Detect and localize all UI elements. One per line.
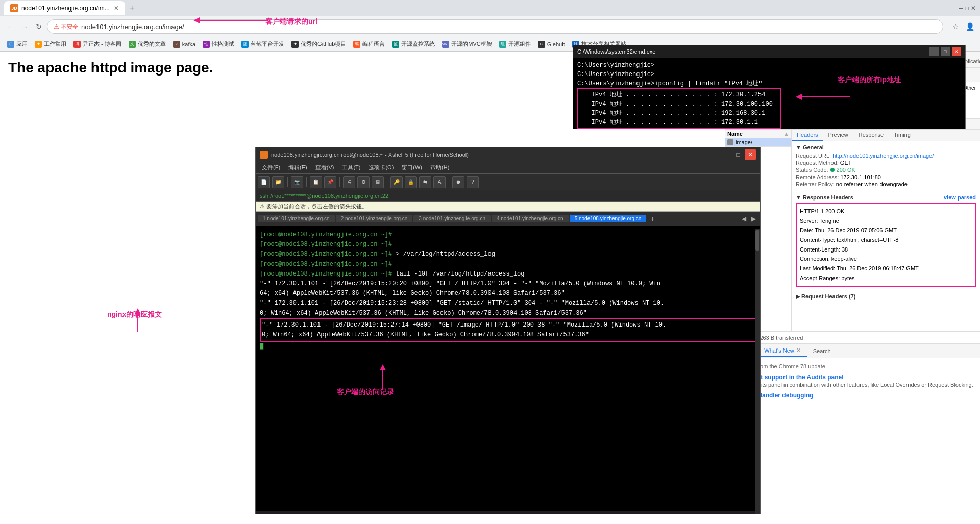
- remote-address-value: 172.30.1.101:80: [840, 174, 881, 180]
- resp-header-2: Server: Tengine: [800, 216, 972, 226]
- browser-chrome: JD node101.yinzhengjie.org.cn/im... ✕ + …: [0, 0, 980, 52]
- xshell-close[interactable]: ✕: [745, 149, 756, 160]
- browser-controls: ← → ↻ ⚠ 不安全 node101.yinzhengjie.org.cn/i…: [0, 16, 980, 37]
- bookmark-github[interactable]: ★ 优秀的GitHub项目: [288, 39, 349, 49]
- detail-tab-preview[interactable]: Preview: [823, 130, 853, 141]
- detail-tab-timing[interactable]: Timing: [889, 130, 916, 141]
- xshell-tab-2[interactable]: 2 node101.yinzhengjie.org.cn: [336, 215, 413, 222]
- detail-panel: Headers Preview Response Timing ▼ Genera…: [792, 130, 980, 331]
- toolbar-key[interactable]: 🔑: [390, 176, 403, 188]
- view-parsed-link[interactable]: view parsed: [944, 194, 976, 201]
- menu-tools[interactable]: 工具(T): [338, 163, 364, 172]
- toolbar-camera[interactable]: 📷: [291, 176, 303, 188]
- toolbar-copy[interactable]: 📋: [310, 176, 322, 188]
- xshell-titlebar: node108.yinzhengjie.org.cn root@node108:…: [256, 147, 760, 162]
- toolbar-settings[interactable]: ⚙: [357, 176, 370, 188]
- status-code-row: Status Code: 200 OK: [796, 167, 976, 173]
- general-section-title[interactable]: ▼ General: [796, 144, 976, 151]
- tab-close-button[interactable]: ✕: [114, 5, 119, 12]
- detail-tab-headers[interactable]: Headers: [792, 130, 823, 141]
- whatsnew-subtitle: Highlights from the Chrome 78 update: [730, 363, 975, 369]
- bookmark-kafka-label: kafka: [182, 41, 195, 47]
- xshell-add-tab[interactable]: +: [647, 214, 657, 224]
- menu-help[interactable]: 帮助(H): [426, 163, 453, 172]
- browser-tab-active[interactable]: JD node101.yinzhengjie.org.cn/im... ✕: [4, 1, 125, 15]
- xshell-tab-5[interactable]: 5 node108.yinzhengjie.org.cn: [570, 215, 647, 222]
- bookmark-blog[interactable]: 博 尹正杰 - 博客园: [70, 39, 125, 49]
- cmd-line-2: C:\Users\yinzhengjie>: [577, 70, 961, 79]
- toolbar-font[interactable]: A: [433, 176, 446, 188]
- bookmark-apps[interactable]: ⊞ 应用: [4, 39, 31, 49]
- cmd-ip-1: IPv4 地址 . . . . . . . . . . . . : 172.30…: [580, 90, 778, 99]
- bookmark-articles[interactable]: 文 优秀的文章: [126, 39, 169, 49]
- menu-tabs[interactable]: 选项卡(O): [364, 163, 398, 172]
- bookmark-monitor[interactable]: 监 开源监控系统: [389, 39, 438, 49]
- cmd-close[interactable]: ✕: [952, 47, 961, 56]
- bookmark-monitor-label: 开源监控系统: [401, 40, 435, 48]
- address-bar[interactable]: ⚠ 不安全 node101.yinzhengjie.org.cn/image/: [47, 19, 943, 34]
- detail-tab-response[interactable]: Response: [853, 130, 889, 141]
- bookmark-giehub[interactable]: G Giehub: [535, 40, 568, 49]
- toolbar-new[interactable]: 📄: [258, 176, 270, 188]
- minimize-button[interactable]: ─: [959, 5, 963, 12]
- xshell-tab-3[interactable]: 3 node101.yinzhengjie.org.cn: [413, 215, 491, 222]
- xshell-terminal-content[interactable]: [root@node108.yinzhengjie.org.cn ~]# [ro…: [256, 226, 760, 511]
- xshell-tab-4[interactable]: 4 node101.yinzhengjie.org.cn: [492, 215, 569, 222]
- bookmark-work[interactable]: ★ 工作常用: [32, 39, 69, 49]
- cmd-minimize[interactable]: ─: [929, 47, 939, 56]
- menu-edit[interactable]: 编辑(E): [284, 163, 311, 172]
- menu-window[interactable]: 窗口(W): [398, 163, 426, 172]
- close-window-button[interactable]: ✕: [971, 5, 976, 12]
- bottom-tab-whatsnew[interactable]: What's New ✕: [758, 345, 806, 357]
- bookmark-personality[interactable]: 性 性格测试: [200, 39, 237, 49]
- forward-button[interactable]: →: [18, 20, 31, 33]
- toolbar-record[interactable]: ⏺: [452, 176, 464, 188]
- cmd-ip-3: IPv4 地址 . . . . . . . . . . . . : 192.16…: [580, 109, 778, 118]
- xshell-scrollbar[interactable]: [755, 229, 760, 514]
- lanying-icon: 蓝: [241, 41, 249, 48]
- term-line-7: "-" 172.30.1.101 - [26/Dec/2019:15:23:28…: [260, 298, 756, 318]
- menu-view[interactable]: 查看(V): [311, 163, 338, 172]
- bookmark-components[interactable]: 组 开源组件: [496, 39, 534, 49]
- xshell-maximize[interactable]: □: [732, 149, 744, 160]
- components-icon: 组: [499, 41, 506, 48]
- toolbar-transfer[interactable]: ⇆: [419, 176, 431, 188]
- xshell-tab-1[interactable]: 1 node101.yinzhengjie.org.cn: [258, 215, 335, 222]
- toolbar-monitor[interactable]: 🖥: [372, 176, 384, 188]
- bookmark-kafka[interactable]: k kafka: [170, 40, 199, 49]
- response-headers-section: ▼ Response Headers view parsed HTTP/1.1 …: [792, 191, 980, 290]
- toolbar-print[interactable]: 🖨: [343, 176, 355, 188]
- xshell-tab-next[interactable]: ▶: [749, 214, 758, 223]
- table-row[interactable]: image/: [725, 138, 791, 147]
- scrollbar-thumb[interactable]: [755, 230, 760, 251]
- bookmark-star[interactable]: ☆: [949, 20, 962, 33]
- whatsnew-close-icon[interactable]: ✕: [796, 347, 801, 354]
- referrer-policy-row: Referrer Policy: no-referrer-when-downgr…: [796, 181, 976, 187]
- bookmark-blog-label: 尹正杰 - 博客园: [83, 40, 121, 48]
- toolbar-help[interactable]: ?: [467, 176, 479, 188]
- xshell-minimize[interactable]: ─: [720, 149, 731, 160]
- xshell-tab-prev[interactable]: ◀: [740, 214, 748, 223]
- bookmark-lang[interactable]: 编 编程语言: [350, 39, 388, 49]
- response-headers-label: ▼ Response Headers: [796, 194, 853, 201]
- new-tab-button[interactable]: +: [125, 1, 139, 15]
- bookmark-lanying[interactable]: 蓝 蓝鲸平台开发: [238, 39, 287, 49]
- bottom-tab-search[interactable]: Search: [807, 346, 837, 356]
- toolbar-agent[interactable]: 🔒: [405, 176, 417, 188]
- request-headers-title[interactable]: ▶ Request Headers (7): [796, 293, 976, 300]
- bookmark-mvc[interactable]: MVC 开源的MVC框架: [439, 39, 495, 49]
- user-account-button[interactable]: 👤: [964, 20, 976, 33]
- maximize-button[interactable]: □: [965, 5, 969, 12]
- response-headers-title[interactable]: ▼ Response Headers view parsed: [796, 194, 976, 201]
- toolbar-open[interactable]: 📁: [272, 176, 284, 188]
- cmd-title-text: C:\Windows\system32\cmd.exe: [577, 48, 929, 55]
- bookmark-mvc-label: 开源的MVC框架: [451, 40, 492, 48]
- menu-file[interactable]: 文件(F): [258, 163, 284, 172]
- request-url-row: Request URL: http://node101.yinzhengjie.…: [796, 153, 976, 159]
- back-button[interactable]: ←: [4, 20, 16, 33]
- mvc-icon: MVC: [442, 41, 449, 48]
- toolbar-paste[interactable]: 📌: [324, 176, 336, 188]
- cmd-maximize[interactable]: □: [941, 47, 950, 56]
- reload-button[interactable]: ↻: [33, 20, 45, 33]
- feature-2-title: Payment Handler debugging: [730, 392, 975, 399]
